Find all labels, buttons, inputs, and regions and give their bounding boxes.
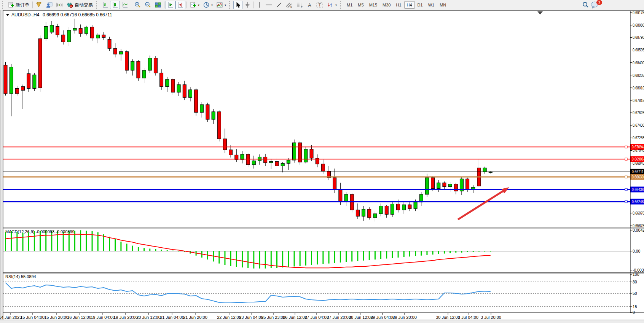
time-tick-label: 3 Jul 20:00 bbox=[481, 315, 501, 320]
candle-body bbox=[194, 90, 198, 112]
time-tick-label: 21 Jun 04:00 bbox=[160, 315, 184, 320]
arrow-annotation[interactable] bbox=[458, 191, 503, 220]
candle-body bbox=[142, 70, 146, 78]
macd-label: MACD(12,26,9) -0.000093 -0.000899 bbox=[5, 229, 75, 234]
macd-histogram-bar bbox=[253, 251, 254, 269]
candle-body bbox=[188, 90, 192, 97]
macd-histogram-bar bbox=[484, 251, 485, 251]
macd-histogram-bar bbox=[467, 251, 468, 252]
macd-histogram-bar bbox=[34, 231, 35, 251]
candle-body bbox=[38, 39, 42, 88]
candle-body bbox=[119, 52, 123, 54]
trading-terminal-window: { "toolbar": { "new_order_label": "新订单",… bbox=[0, 0, 644, 323]
time-tick-label: 30 Jun 12:00 bbox=[436, 315, 460, 320]
candle-body bbox=[419, 194, 423, 202]
candle-body bbox=[154, 58, 157, 73]
candle-body bbox=[166, 80, 169, 87]
macd-histogram-bar bbox=[80, 230, 81, 251]
candle-body bbox=[241, 154, 244, 160]
chart-shift-marker[interactable] bbox=[537, 11, 543, 14]
macd-histogram-bar bbox=[11, 231, 12, 251]
macd-histogram-bar bbox=[294, 251, 295, 266]
candle-body bbox=[431, 178, 435, 189]
macd-histogram-bar bbox=[398, 251, 399, 258]
price-badge-label: 0.66630 bbox=[632, 175, 644, 179]
candle-body bbox=[44, 27, 48, 39]
candle-body bbox=[91, 27, 94, 38]
macd-histogram-bar bbox=[236, 251, 237, 267]
candle-body bbox=[437, 183, 440, 188]
candle-body bbox=[217, 112, 221, 139]
time-tick-label: 23 Jun 04:00 bbox=[239, 315, 263, 320]
macd-histogram-bar bbox=[103, 234, 104, 251]
candle-body bbox=[252, 161, 255, 165]
level-handle[interactable] bbox=[625, 188, 627, 191]
macd-histogram-bar bbox=[438, 251, 439, 254]
candle-body bbox=[62, 35, 65, 42]
level-handle[interactable] bbox=[625, 176, 627, 178]
ohlc-label: 0.66699 0.66716 0.66685 0.66711 bbox=[43, 12, 112, 18]
candle-body bbox=[183, 84, 186, 97]
time-tick-label: 27 Jun 04:00 bbox=[304, 315, 329, 320]
macd-histogram-bar bbox=[415, 251, 416, 256]
candle-body bbox=[448, 184, 452, 187]
price-tick-label: 0.67625 bbox=[633, 110, 644, 115]
rsi-tick-label: 100 bbox=[633, 272, 639, 277]
macd-histogram-bar bbox=[317, 251, 318, 264]
candle-body bbox=[223, 139, 226, 150]
arrow-annotation-head[interactable] bbox=[501, 187, 509, 194]
symbol-dropdown-icon[interactable] bbox=[6, 14, 9, 16]
candle-body bbox=[79, 29, 82, 34]
rsi-panel[interactable]: RSI(14) 55.0894 bbox=[3, 274, 630, 307]
time-axis: 14 Jun 202315 Jun 04:0015 Jun 20:0016 Ju… bbox=[0, 313, 501, 320]
macd-histogram-bar bbox=[357, 251, 358, 261]
candle-body bbox=[96, 35, 100, 38]
time-tick-label: 14 Jun 2023 bbox=[0, 315, 22, 320]
price-badge-label: 0.66711 bbox=[632, 169, 644, 174]
candle-body bbox=[379, 206, 383, 213]
candle-body bbox=[206, 105, 209, 119]
macd-histogram-bar bbox=[455, 251, 456, 253]
candle-body bbox=[333, 178, 336, 190]
macd-histogram-bar bbox=[305, 251, 306, 266]
chart-window[interactable]: AUDUSD-,H40.66699 0.66716 0.66685 0.6671… bbox=[0, 0, 644, 323]
candle-body bbox=[33, 75, 36, 89]
macd-panel[interactable]: MACD(12,26,9) -0.000093 -0.000899 bbox=[3, 229, 630, 269]
macd-histogram-bar bbox=[351, 251, 352, 261]
candle-body bbox=[108, 39, 111, 48]
time-tick-label: 25 Jun 23:00 bbox=[261, 315, 285, 320]
price-tick-label: 0.67040 bbox=[633, 148, 644, 153]
candle-body bbox=[246, 154, 250, 165]
main-chart-panel[interactable]: AUDUSD-,H40.66699 0.66716 0.66685 0.6671… bbox=[3, 11, 630, 221]
macd-histogram-bar bbox=[109, 237, 110, 251]
candle-body bbox=[310, 149, 313, 158]
rsi-line bbox=[6, 283, 491, 303]
candle-body bbox=[131, 61, 134, 70]
level-handle[interactable] bbox=[625, 158, 627, 160]
time-tick-label: 19 Jun 20:00 bbox=[113, 315, 138, 320]
candle-body bbox=[362, 209, 365, 216]
rsi-tick-label: 0 bbox=[633, 310, 635, 315]
level-handle[interactable] bbox=[625, 200, 627, 203]
macd-histogram-bar bbox=[155, 249, 156, 251]
macd-histogram-bar bbox=[132, 246, 133, 251]
candle-body bbox=[339, 190, 342, 202]
candle-body bbox=[275, 161, 279, 166]
macd-histogram-bar bbox=[386, 251, 387, 259]
candle-body bbox=[200, 105, 204, 112]
price-tick-label: 0.67815 bbox=[633, 98, 644, 103]
macd-histogram-bar bbox=[328, 251, 330, 264]
macd-histogram-bar bbox=[322, 251, 324, 264]
level-handle[interactable] bbox=[625, 146, 627, 148]
macd-tick-label: 0.004215 bbox=[633, 228, 644, 232]
price-axis: 0.670940.669060.667110.666300.664360.662… bbox=[630, 10, 644, 315]
candle-body bbox=[67, 30, 71, 42]
candle-body bbox=[304, 149, 308, 162]
macd-histogram-bar bbox=[5, 232, 6, 251]
candle-body bbox=[10, 67, 13, 94]
macd-histogram-bar bbox=[86, 231, 87, 251]
candle-body bbox=[356, 210, 359, 216]
macd-histogram-bar bbox=[161, 250, 162, 251]
rsi-label: RSI(14) 55.0894 bbox=[5, 274, 36, 279]
price-tick-label: 0.68400 bbox=[633, 60, 644, 65]
